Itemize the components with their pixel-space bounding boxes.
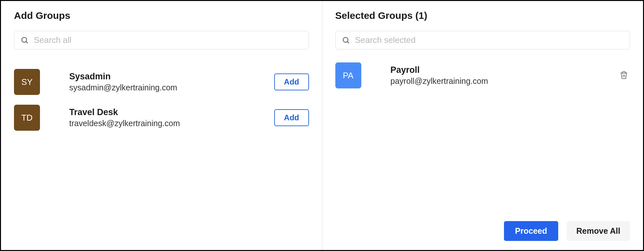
search-all-wrap[interactable] <box>14 31 309 49</box>
group-name: Travel Desk <box>69 107 274 117</box>
search-selected-wrap[interactable] <box>335 31 630 49</box>
avatar: SY <box>14 69 40 95</box>
group-name: Payroll <box>391 65 618 75</box>
search-icon <box>342 36 350 44</box>
add-groups-panel: Add Groups SY Sysadmin sysadmin@zylkertr… <box>1 1 322 250</box>
group-info: Payroll payroll@zylkertraining.com <box>391 65 618 86</box>
avatar: PA <box>335 62 361 88</box>
search-all-input[interactable] <box>34 35 302 45</box>
svg-point-2 <box>343 37 348 42</box>
group-selector-dialog: Add Groups SY Sysadmin sysadmin@zylkertr… <box>0 0 644 251</box>
add-button[interactable]: Add <box>274 109 309 126</box>
footer-actions: Proceed Remove All <box>504 221 630 241</box>
group-name: Sysadmin <box>69 72 274 82</box>
add-groups-title: Add Groups <box>14 10 309 21</box>
search-selected-input[interactable] <box>355 35 624 45</box>
svg-point-0 <box>22 37 27 42</box>
group-info: Sysadmin sysadmin@zylkertraining.com <box>69 72 274 92</box>
group-email: traveldesk@zylkertraining.com <box>69 119 274 128</box>
proceed-button[interactable]: Proceed <box>504 221 558 241</box>
avatar: TD <box>14 105 40 131</box>
selected-groups-title: Selected Groups (1) <box>335 10 630 21</box>
group-row: PA Payroll payroll@zylkertraining.com <box>335 62 630 88</box>
selected-groups-panel: Selected Groups (1) PA Payroll payroll@z… <box>322 1 643 250</box>
add-button[interactable]: Add <box>274 73 309 90</box>
search-icon <box>21 36 29 44</box>
available-group-list: SY Sysadmin sysadmin@zylkertraining.com … <box>14 69 309 131</box>
trash-icon <box>620 71 628 80</box>
svg-line-3 <box>347 42 349 43</box>
group-row: TD Travel Desk traveldesk@zylkertraining… <box>14 105 309 131</box>
selected-group-list: PA Payroll payroll@zylkertraining.com <box>335 62 630 88</box>
remove-button[interactable] <box>618 69 630 83</box>
group-row: SY Sysadmin sysadmin@zylkertraining.com … <box>14 69 309 95</box>
group-email: sysadmin@zylkertraining.com <box>69 83 274 92</box>
group-info: Travel Desk traveldesk@zylkertraining.co… <box>69 107 274 128</box>
group-email: payroll@zylkertraining.com <box>391 76 618 86</box>
svg-line-1 <box>26 42 28 43</box>
remove-all-button[interactable]: Remove All <box>567 221 630 241</box>
